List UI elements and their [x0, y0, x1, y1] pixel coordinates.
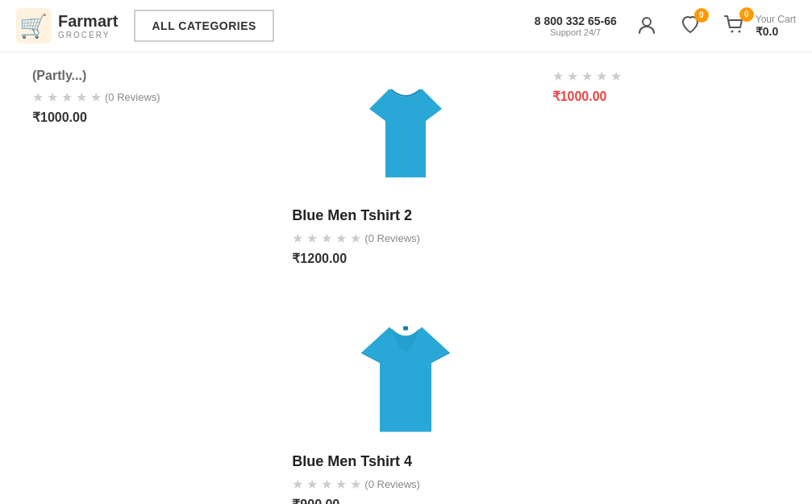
svg-point-2	[643, 18, 651, 26]
logo-text: Farmart GROCERY	[58, 12, 118, 40]
partial-row: (Partly...) ★ ★ ★ ★ ★ (0 Reviews) ₹1000.…	[0, 52, 812, 282]
price-partial-left: ₹1000.00	[32, 110, 260, 125]
logo-name: Farmart	[58, 12, 118, 31]
logo-sub: GROCERY	[58, 31, 118, 40]
partial-name-left: (Partly...)	[32, 69, 260, 83]
stars-tshirt2: ★ ★ ★ ★ ★ (0 Reviews)	[292, 231, 519, 246]
support-label: Support 24/7	[535, 27, 617, 37]
stars-partial-right: ★ ★ ★ ★ ★	[552, 69, 780, 84]
price-tshirt2: ₹1200.00	[292, 251, 519, 266]
partial-card-right[interactable]: ★ ★ ★ ★ ★ ₹1000.00	[536, 52, 796, 282]
header: 🛒 Farmart GROCERY ALL CATEGORIES 8 800 3…	[0, 0, 812, 52]
user-button[interactable]	[633, 11, 660, 41]
svg-point-4	[738, 30, 740, 32]
wishlist-button[interactable]: 0	[677, 11, 704, 41]
svg-point-3	[731, 30, 733, 32]
svg-text:🛒: 🛒	[19, 13, 48, 40]
svg-rect-5	[403, 327, 408, 331]
cart-badge: 0	[739, 7, 754, 22]
wishlist-badge: 0	[694, 8, 709, 23]
tshirt4-image	[349, 319, 462, 439]
product-card-tshirt4[interactable]: Blue Men Tshirt 4 ★ ★ ★ ★ ★ (0 Reviews) …	[276, 298, 535, 504]
user-icon	[636, 15, 657, 35]
price-tshirt4: ₹900.00	[292, 497, 519, 504]
main-content: (Partly...) ★ ★ ★ ★ ★ (0 Reviews) ₹1000.…	[0, 52, 812, 504]
product-image-wrapper-tshirt4	[292, 314, 519, 444]
logo-area[interactable]: 🛒 Farmart GROCERY	[16, 8, 118, 44]
cart-label: Your Cart	[756, 14, 796, 25]
support-phone: 8 800 332 65-66	[535, 15, 617, 27]
price-partial-right: ₹1000.00	[552, 89, 780, 104]
product-name-tshirt2: Blue Men Tshirt 2	[292, 207, 519, 224]
empty-left	[16, 298, 276, 504]
support-area: 8 800 332 65-66 Support 24/7	[535, 15, 617, 37]
reviews-tshirt4: (0 Reviews)	[364, 478, 420, 490]
tshirt2-image	[349, 73, 462, 194]
header-right: 8 800 332 65-66 Support 24/7 0 0	[535, 10, 796, 42]
cart-price: ₹0.0	[756, 25, 778, 38]
reviews-tshirt2: (0 Reviews)	[364, 232, 420, 244]
empty-right	[536, 298, 796, 504]
logo-icon: 🛒	[16, 8, 52, 44]
product-row-2: Blue Men Tshirt 4 ★ ★ ★ ★ ★ (0 Reviews) …	[0, 282, 812, 504]
partial-card-left[interactable]: (Partly...) ★ ★ ★ ★ ★ (0 Reviews) ₹1000.…	[16, 52, 276, 282]
stars-partial-left: ★ ★ ★ ★ ★ (0 Reviews)	[32, 90, 260, 105]
cart-text: Your Cart ₹0.0	[756, 14, 796, 38]
stars-tshirt4: ★ ★ ★ ★ ★ (0 Reviews)	[292, 477, 519, 492]
product-card-tshirt2[interactable]: Blue Men Tshirt 2 ★ ★ ★ ★ ★ (0 Reviews) …	[276, 52, 535, 282]
cart-button[interactable]: 0	[720, 10, 749, 42]
product-image-wrapper-tshirt2	[292, 69, 519, 198]
cart-area[interactable]: 0 Your Cart ₹0.0	[720, 10, 796, 42]
all-categories-button[interactable]: ALL CATEGORIES	[134, 10, 273, 42]
product-name-tshirt4: Blue Men Tshirt 4	[292, 453, 519, 470]
